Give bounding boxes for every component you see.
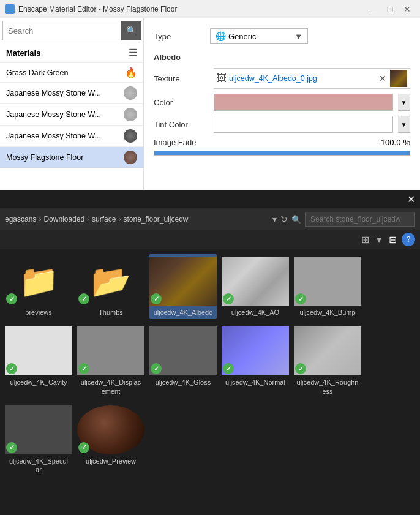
file-search-input[interactable] — [305, 212, 415, 227]
file-thumbnail: 📁 ✓ — [5, 257, 72, 306]
search-button[interactable]: 🔍 — [121, 21, 141, 40]
file-name: previews — [25, 308, 51, 317]
file-name: uljcedw_4K_Displacement — [80, 378, 142, 396]
file-item-previews[interactable]: 📁 ✓ previews — [5, 254, 72, 319]
tint-color-picker[interactable] — [214, 116, 393, 133]
material-item-grass[interactable]: Grass Dark Green 🔥 — [0, 63, 143, 83]
file-item-thumbs[interactable]: 📂 ✓ Thumbs — [77, 254, 144, 319]
view-dropdown-btn[interactable]: ▾ — [374, 233, 384, 247]
menu-icon[interactable]: ☰ — [129, 47, 137, 59]
texture-thumbnail — [390, 70, 407, 87]
breadcrumb-dropdown-btn[interactable]: ▾ — [272, 214, 277, 224]
view-toggle-btn[interactable]: ⊞ — [359, 233, 372, 247]
file-thumbnail: ✓ — [149, 326, 217, 375]
app-icon — [5, 4, 15, 14]
file-thumbnail: ✓ — [5, 326, 72, 375]
image-fade-row: Image Fade 100.0 % — [154, 138, 410, 147]
type-label: Type — [154, 32, 203, 41]
file-thumbnail: 📂 ✓ — [77, 257, 144, 306]
folder-icon: 📁 — [19, 263, 59, 300]
remove-texture-button[interactable]: ✕ — [378, 73, 388, 83]
file-name: uljcedw_4K_Normal — [225, 378, 285, 386]
albedo-title: Albedo — [154, 53, 410, 62]
color-row: Color ▼ — [154, 94, 410, 111]
search-bar: 🔍 — [0, 18, 143, 43]
window-title: Enscape Material Editor - Mossy Flagston… — [18, 5, 177, 13]
file-name: uljcedw_4K_Gloss — [156, 378, 211, 386]
type-row: Type 🌐 Generic ▼ — [154, 28, 410, 44]
folder-icon: 📂 — [91, 263, 131, 300]
tint-color-label: Tint Color — [154, 120, 209, 129]
flame-icon: 🔥 — [125, 67, 137, 78]
file-item-roughness[interactable]: ✓ uljcedw_4K_Roughness — [294, 324, 361, 398]
help-btn[interactable]: ? — [402, 233, 415, 246]
file-thumbnail: ✓ — [5, 405, 72, 454]
tint-color-row: Tint Color ▼ — [154, 116, 410, 133]
close-button[interactable]: ✕ — [399, 1, 415, 17]
breadcrumb-surface[interactable]: surface — [92, 215, 116, 224]
file-item-gloss[interactable]: ✓ uljcedw_4K_Gloss — [149, 324, 217, 398]
file-name: uljcedw_4K_AO — [231, 308, 279, 317]
color-dropdown-btn[interactable]: ▼ — [398, 94, 410, 111]
file-name: uljcedw_4K_Specular — [7, 457, 70, 475]
file-name: uljcedw_4K_Roughness — [296, 378, 359, 396]
tint-color-dropdown-btn[interactable]: ▼ — [398, 116, 410, 133]
image-fade-value: 100.0 — [381, 138, 401, 147]
file-item-bump[interactable]: ✓ uljcedw_4K_Bump — [294, 254, 361, 319]
file-thumbnail: ✓ — [294, 326, 361, 375]
dark-separator: ✕ — [0, 190, 420, 208]
main-container: 🔍 Materials ☰ Grass Dark Green 🔥 Japanes… — [0, 18, 420, 190]
left-panel: 🔍 Materials ☰ Grass Dark Green 🔥 Japanes… — [0, 18, 144, 190]
breadcrumb-downloaded[interactable]: Downloaded — [43, 215, 84, 224]
check-badge: ✓ — [6, 442, 17, 453]
breadcrumb-bar: egascans › Downloaded › surface › stone_… — [0, 208, 420, 230]
material-swatch — [124, 86, 137, 100]
file-thumbnail: ✓ — [222, 326, 289, 375]
file-item-cavity[interactable]: ✓ uljcedw_4K_Cavity — [5, 324, 72, 398]
file-item-albedo[interactable]: ✓ uljcedw_4K_Albedo — [149, 254, 217, 319]
image-fade-slider[interactable] — [154, 151, 410, 156]
type-dropdown[interactable]: 🌐 Generic ▼ — [210, 28, 308, 44]
file-browser: egascans › Downloaded › surface › stone_… — [0, 208, 420, 515]
file-item-preview[interactable]: ✓ uljcedw_Preview — [77, 403, 144, 477]
file-item-normal[interactable]: ✓ uljcedw_4K_Normal — [222, 324, 289, 398]
material-item-mossy1[interactable]: Japanese Mossy Stone W... — [0, 83, 143, 104]
refresh-button[interactable]: ↻ — [280, 214, 288, 224]
grid-view-btn[interactable]: ⊟ — [386, 233, 399, 247]
breadcrumb-egascans[interactable]: egascans — [5, 215, 36, 224]
file-thumbnail: ✓ — [149, 257, 217, 306]
maximize-button[interactable]: □ — [382, 1, 398, 17]
file-name: uljcedw_4K_Bump — [299, 308, 355, 317]
search-input[interactable] — [2, 21, 121, 40]
material-swatch — [124, 151, 137, 164]
material-swatch — [124, 108, 137, 121]
file-item-ao[interactable]: ✓ uljcedw_4K_AO — [222, 254, 289, 319]
texture-link[interactable]: uljcedw_4K_Albedo_0.jpg — [229, 74, 375, 83]
check-badge: ✓ — [223, 293, 234, 304]
file-grid: 📁 ✓ previews 📂 ✓ Thumbs ✓ uljcedw_4K_Alb… — [0, 249, 420, 515]
close-file-browser-button[interactable]: ✕ — [407, 194, 415, 205]
material-item-mossy2[interactable]: Japanese Mossy Stone W... — [0, 104, 143, 126]
breadcrumb-right: ▾ ↻ 🔍 — [272, 212, 415, 227]
file-name: uljcedw_4K_Cavity — [10, 378, 67, 386]
check-badge: ✓ — [78, 442, 89, 453]
check-badge: ✓ — [151, 293, 162, 304]
material-name: Japanese Mossy Stone W... — [6, 89, 119, 97]
color-label: Color — [154, 98, 209, 107]
search-icon: 🔍 — [126, 26, 137, 36]
color-picker[interactable] — [214, 94, 393, 111]
check-badge: ✓ — [78, 293, 89, 304]
file-name: Thumbs — [99, 308, 123, 317]
albedo-section: Albedo Texture 🖼 uljcedw_4K_Albedo_0.jpg… — [154, 53, 410, 156]
material-item-mossy3[interactable]: Japanese Mossy Stone W... — [0, 126, 143, 147]
file-thumbnail: ✓ — [77, 326, 144, 375]
material-name: Japanese Mossy Stone W... — [6, 132, 119, 140]
material-item-mossy-floor[interactable]: Mossy Flagstone Floor — [0, 147, 143, 168]
file-item-specular[interactable]: ✓ uljcedw_4K_Specular — [5, 403, 72, 477]
material-name: Grass Dark Green — [6, 69, 120, 77]
minimize-button[interactable]: — — [365, 1, 381, 17]
check-badge: ✓ — [6, 293, 17, 304]
file-item-displacement[interactable]: ✓ uljcedw_4K_Displacement — [77, 324, 144, 398]
title-bar-left: Enscape Material Editor - Mossy Flagston… — [5, 4, 177, 14]
breadcrumb-stone-floor[interactable]: stone_floor_uljcedw — [123, 215, 188, 224]
